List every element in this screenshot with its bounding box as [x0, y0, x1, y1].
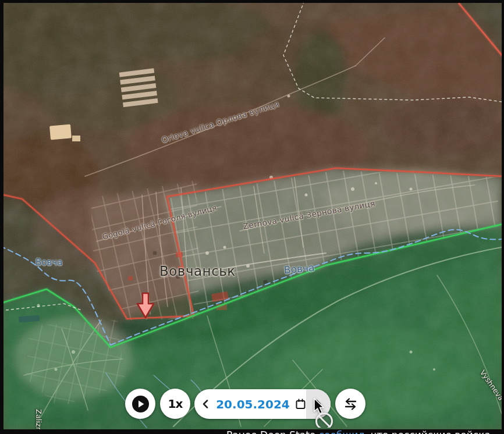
swap-arrows-icon [343, 396, 359, 412]
chevron-left-icon [201, 399, 210, 409]
date-value: 20.05.2024 [216, 397, 290, 411]
screenshot-root: { "map": { "labels": { "street_orlova": … [0, 0, 504, 434]
play-icon [132, 395, 150, 413]
caption-text-suffix: , что российские войска [364, 429, 491, 434]
calendar-icon [295, 399, 306, 410]
speed-label: 1x [168, 397, 183, 411]
satellite-map [3, 3, 502, 429]
play-button[interactable] [125, 389, 155, 419]
chevron-right-icon [314, 399, 322, 409]
map-canvas[interactable]: Orlova vulica Орлова вулиця Gogolâ vulic… [3, 3, 502, 429]
caption-text: Ранее Deep State [226, 429, 319, 434]
news-caption: Ранее Deep State сообщил, что российские… [226, 429, 491, 434]
speed-button[interactable]: 1x [160, 389, 190, 419]
compare-button[interactable] [335, 389, 365, 419]
caption-link[interactable]: сообщил [319, 429, 365, 434]
date-display[interactable]: 20.05.2024 [216, 389, 306, 419]
date-pill: 20.05.2024 [194, 389, 331, 419]
